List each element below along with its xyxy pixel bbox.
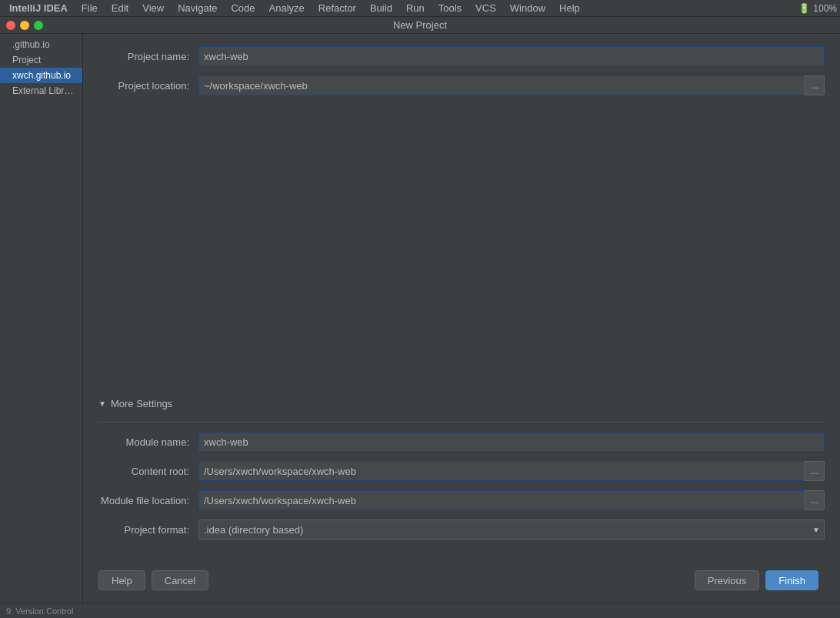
menu-navigate[interactable]: Navigate (172, 1, 223, 15)
title-bar: New Project (0, 17, 840, 34)
project-format-row: Project format: .idea (directory based) … (98, 519, 825, 539)
module-name-input[interactable] (198, 432, 825, 452)
more-settings-toggle[interactable]: ▼ More Settings (98, 395, 825, 413)
content-root-browse-button[interactable]: ... (805, 461, 825, 481)
project-format-select-wrapper: .idea (directory based) Eclipse (.classp… (198, 519, 825, 539)
module-name-row: Module name: (98, 432, 825, 452)
menu-bar-right: 🔋 100% (798, 3, 837, 14)
project-location-label: Project location: (98, 80, 198, 92)
content-root-field: ... (198, 461, 825, 481)
finish-button[interactable]: Finish (765, 570, 818, 590)
project-name-label: Project name: (98, 51, 198, 62)
menu-edit[interactable]: Edit (105, 1, 135, 15)
project-format-select[interactable]: .idea (directory based) Eclipse (.classp… (198, 519, 825, 539)
sidebar-item-xwch[interactable]: xwch.github.io (0, 68, 82, 83)
main-layout: .github.io Project xwch.github.io Extern… (0, 34, 840, 603)
content-root-input[interactable] (198, 461, 805, 481)
minimize-button[interactable] (20, 21, 29, 30)
close-button[interactable] (6, 21, 15, 30)
more-settings-section: Module name: Content root: ... Module fi… (98, 422, 825, 549)
sidebar-item-project[interactable]: Project (0, 52, 82, 68)
menu-file[interactable]: File (75, 1, 104, 15)
menu-window[interactable]: Window (504, 1, 552, 15)
app-name[interactable]: IntelliJ IDEA (3, 1, 74, 15)
menu-vcs[interactable]: VCS (469, 1, 502, 15)
sidebar-item-external-libs[interactable]: External Librarie... (0, 83, 82, 99)
menu-code[interactable]: Code (225, 1, 261, 15)
sidebar: .github.io Project xwch.github.io Extern… (0, 34, 83, 603)
menu-refactor[interactable]: Refactor (312, 1, 362, 15)
project-location-row: Project location: ... (98, 75, 825, 95)
dialog-title: New Project (393, 19, 447, 31)
status-text: 9: Version Control (6, 606, 73, 616)
dialog-main: Project name: Project location: ... ▼ Mo… (98, 46, 825, 590)
project-location-field: ... (198, 75, 825, 95)
menu-view[interactable]: View (136, 1, 170, 15)
help-button[interactable]: Help (98, 570, 145, 590)
action-buttons-row: Help Cancel Previous Finish (98, 561, 825, 590)
menu-build[interactable]: Build (364, 1, 398, 15)
module-file-location-row: Module file location: ... (98, 490, 825, 510)
more-settings-arrow-icon: ▼ (98, 399, 106, 408)
battery-level: 100% (813, 3, 837, 14)
menu-bar: IntelliJ IDEA File Edit View Navigate Co… (0, 0, 840, 17)
menu-analyze[interactable]: Analyze (263, 1, 311, 15)
module-file-location-browse-button[interactable]: ... (805, 490, 825, 510)
project-format-label: Project format: (98, 524, 198, 536)
content-root-label: Content root: (98, 466, 198, 477)
module-name-label: Module name: (98, 436, 198, 448)
module-file-location-field: ... (198, 490, 825, 510)
previous-button[interactable]: Previous (695, 570, 760, 590)
menu-run[interactable]: Run (400, 1, 431, 15)
sidebar-item-github[interactable]: .github.io (0, 37, 82, 52)
content-root-row: Content root: ... (98, 461, 825, 481)
maximize-button[interactable] (34, 21, 43, 30)
menu-tools[interactable]: Tools (432, 1, 468, 15)
window-controls (6, 21, 43, 30)
dialog-content: Project name: Project location: ... ▼ Mo… (83, 34, 840, 603)
project-name-input[interactable] (198, 46, 825, 66)
module-file-location-input[interactable] (198, 490, 805, 510)
more-settings-label: More Settings (111, 398, 172, 409)
project-name-row: Project name: (98, 46, 825, 66)
menu-help[interactable]: Help (553, 1, 586, 15)
status-bar: 9: Version Control (0, 603, 840, 618)
battery-icon: 🔋 (798, 3, 810, 14)
project-location-browse-button[interactable]: ... (805, 75, 825, 95)
cancel-button[interactable]: Cancel (152, 570, 208, 590)
project-location-input[interactable] (198, 75, 805, 95)
content-area (98, 105, 825, 395)
module-file-location-label: Module file location: (98, 495, 198, 506)
